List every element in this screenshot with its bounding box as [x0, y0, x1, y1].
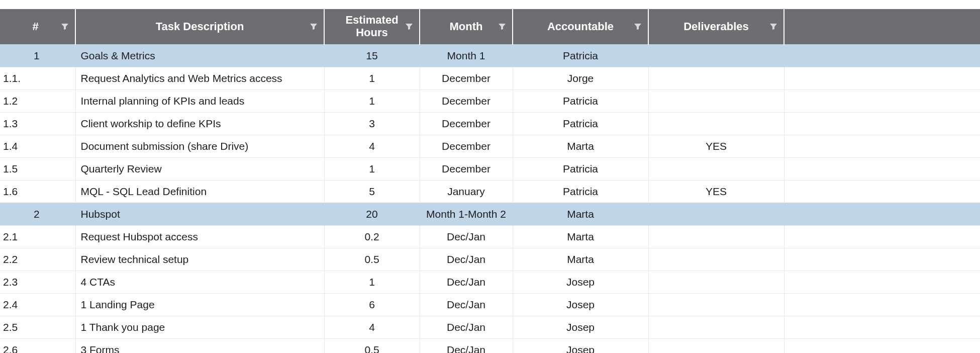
cell-hours[interactable]: 20	[324, 203, 420, 225]
cell-deliverables[interactable]	[648, 203, 784, 225]
cell-description[interactable]: Client workship to define KPIs	[75, 112, 324, 135]
cell-description[interactable]: Request Analytics and Web Metrics access	[75, 67, 324, 90]
cell-deliverables[interactable]	[648, 90, 784, 112]
cell-accountable[interactable]: Marta	[513, 225, 648, 248]
cell-month[interactable]: December	[420, 67, 513, 90]
cell-deliverables[interactable]: YES	[648, 180, 784, 203]
cell-hours[interactable]: 1	[324, 67, 420, 90]
table-row[interactable]: 2.1Request Hubspot access0.2Dec/JanMarta	[0, 225, 980, 248]
cell-hours[interactable]: 6	[324, 293, 420, 316]
cell-accountable[interactable]: Patricia	[513, 180, 648, 203]
filter-icon[interactable]	[310, 23, 318, 31]
cell-number[interactable]: 2.1	[0, 225, 75, 248]
cell-month[interactable]: Dec/Jan	[420, 293, 513, 316]
cell-number[interactable]: 2.3	[0, 271, 75, 293]
cell-deliverables[interactable]: YES	[648, 135, 784, 157]
col-header-month[interactable]: Month	[420, 9, 513, 44]
cell-deliverables[interactable]	[648, 112, 784, 135]
filter-icon[interactable]	[61, 23, 69, 31]
cell-number[interactable]: 1.4	[0, 135, 75, 157]
cell-month[interactable]: Month 1	[420, 44, 513, 67]
table-group-row[interactable]: 2Hubspot20Month 1-Month 2Marta	[0, 203, 980, 225]
filter-icon[interactable]	[405, 23, 413, 31]
cell-deliverables[interactable]	[648, 44, 784, 67]
cell-month[interactable]: December	[420, 157, 513, 180]
cell-deliverables[interactable]	[648, 225, 784, 248]
cell-deliverables[interactable]	[648, 248, 784, 271]
table-row[interactable]: 2.2Review technical setup0.5Dec/JanMarta	[0, 248, 980, 271]
cell-description[interactable]: Hubspot	[75, 203, 324, 225]
table-row[interactable]: 1.6MQL - SQL Lead Definition5JanuaryPatr…	[0, 180, 980, 203]
cell-number[interactable]: 2.6	[0, 338, 75, 353]
filter-icon[interactable]	[769, 23, 777, 31]
cell-number[interactable]: 1	[0, 44, 75, 67]
cell-description[interactable]: Goals & Metrics	[75, 44, 324, 67]
cell-month[interactable]: December	[420, 135, 513, 157]
cell-month[interactable]: December	[420, 90, 513, 112]
cell-number[interactable]: 1.5	[0, 157, 75, 180]
cell-accountable[interactable]: Josep	[513, 293, 648, 316]
table-row[interactable]: 2.41 Landing Page6Dec/JanJosep	[0, 293, 980, 316]
cell-number[interactable]: 1.3	[0, 112, 75, 135]
cell-accountable[interactable]: Patricia	[513, 112, 648, 135]
cell-month[interactable]: Dec/Jan	[420, 225, 513, 248]
cell-deliverables[interactable]	[648, 157, 784, 180]
cell-number[interactable]: 2	[0, 203, 75, 225]
col-header-number[interactable]: #	[0, 9, 75, 44]
cell-description[interactable]: Internal planning of KPIs and leads	[75, 90, 324, 112]
cell-accountable[interactable]: Josep	[513, 338, 648, 353]
cell-accountable[interactable]: Patricia	[513, 157, 648, 180]
cell-number[interactable]: 1.1.	[0, 67, 75, 90]
cell-description[interactable]: MQL - SQL Lead Definition	[75, 180, 324, 203]
cell-hours[interactable]: 0.2	[324, 225, 420, 248]
cell-deliverables[interactable]	[648, 338, 784, 353]
table-group-row[interactable]: 1Goals & Metrics15Month 1Patricia	[0, 44, 980, 67]
cell-hours[interactable]: 1	[324, 157, 420, 180]
cell-deliverables[interactable]	[648, 293, 784, 316]
cell-hours[interactable]: 15	[324, 44, 420, 67]
cell-month[interactable]: Month 1-Month 2	[420, 203, 513, 225]
table-row[interactable]: 2.51 Thank you page4Dec/JanJosep	[0, 316, 980, 338]
table-row[interactable]: 1.4Document submission (share Drive)4Dec…	[0, 135, 980, 157]
cell-month[interactable]: Dec/Jan	[420, 248, 513, 271]
cell-number[interactable]: 1.6	[0, 180, 75, 203]
cell-hours[interactable]: 5	[324, 180, 420, 203]
cell-hours[interactable]: 1	[324, 90, 420, 112]
table-row[interactable]: 1.1.Request Analytics and Web Metrics ac…	[0, 67, 980, 90]
cell-month[interactable]: December	[420, 112, 513, 135]
cell-description[interactable]: 3 Forms	[75, 338, 324, 353]
cell-deliverables[interactable]	[648, 316, 784, 338]
cell-month[interactable]: Dec/Jan	[420, 271, 513, 293]
cell-description[interactable]: 1 Landing Page	[75, 293, 324, 316]
filter-icon[interactable]	[498, 23, 506, 31]
cell-hours[interactable]: 4	[324, 135, 420, 157]
cell-month[interactable]: January	[420, 180, 513, 203]
cell-number[interactable]: 1.2	[0, 90, 75, 112]
cell-description[interactable]: Review technical setup	[75, 248, 324, 271]
cell-hours[interactable]: 3	[324, 112, 420, 135]
cell-number[interactable]: 2.2	[0, 248, 75, 271]
cell-deliverables[interactable]	[648, 67, 784, 90]
col-header-accountable[interactable]: Accountable	[513, 9, 648, 44]
cell-accountable[interactable]: Marta	[513, 203, 648, 225]
col-header-description[interactable]: Task Description	[75, 9, 324, 44]
cell-hours[interactable]: 4	[324, 316, 420, 338]
cell-description[interactable]: Request Hubspot access	[75, 225, 324, 248]
col-header-hours[interactable]: EstimatedHours	[324, 9, 420, 44]
cell-hours[interactable]: 1	[324, 271, 420, 293]
cell-description[interactable]: Document submission (share Drive)	[75, 135, 324, 157]
table-row[interactable]: 1.2Internal planning of KPIs and leads1D…	[0, 90, 980, 112]
cell-month[interactable]: Dec/Jan	[420, 338, 513, 353]
table-row[interactable]: 1.3Client workship to define KPIs3Decemb…	[0, 112, 980, 135]
cell-accountable[interactable]: Marta	[513, 248, 648, 271]
cell-number[interactable]: 2.4	[0, 293, 75, 316]
cell-deliverables[interactable]	[648, 271, 784, 293]
cell-month[interactable]: Dec/Jan	[420, 316, 513, 338]
table-row[interactable]: 2.34 CTAs1Dec/JanJosep	[0, 271, 980, 293]
cell-accountable[interactable]: Patricia	[513, 90, 648, 112]
table-row[interactable]: 2.63 Forms0.5Dec/JanJosep	[0, 338, 980, 353]
cell-accountable[interactable]: Jorge	[513, 67, 648, 90]
cell-accountable[interactable]: Patricia	[513, 44, 648, 67]
col-header-deliverables[interactable]: Deliverables	[648, 9, 784, 44]
cell-hours[interactable]: 0.5	[324, 248, 420, 271]
